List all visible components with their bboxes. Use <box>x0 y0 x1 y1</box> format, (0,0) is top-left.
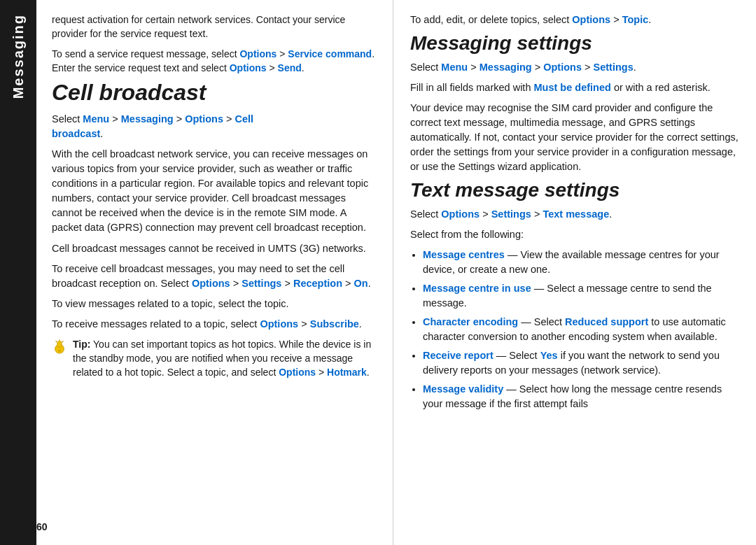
intro-para2: To send a service request message, selec… <box>52 47 377 76</box>
menu-link-ms[interactable]: Menu <box>441 62 468 73</box>
svg-rect-6 <box>59 351 61 352</box>
message-centre-in-use-link[interactable]: Message centre in use <box>423 283 531 294</box>
must-defined: Must be defined <box>533 82 610 93</box>
reception-link[interactable]: Reception <box>293 278 342 289</box>
main-content: request activation for certain network s… <box>36 0 756 545</box>
page-number: 60 <box>36 521 48 532</box>
message-centres-link[interactable]: Message centres <box>423 249 505 260</box>
cb-reception-para: To receive cell broadcast messages, you … <box>52 262 377 291</box>
text-message-settings-title: Text message settings <box>410 180 741 201</box>
svg-line-3 <box>56 341 57 341</box>
bullet-message-validity: Message validity — Select how long the m… <box>423 382 741 411</box>
cb-umts: Cell broadcast messages cannot be receiv… <box>52 241 377 256</box>
tip-text: Tip: You can set important topics as hot… <box>73 337 377 380</box>
sidebar: Messaging <box>0 0 36 545</box>
messaging-link-ms[interactable]: Messaging <box>479 62 532 73</box>
tms-nav: Select Options > Settings > Text message… <box>410 207 741 222</box>
settings-link-cb[interactable]: Settings <box>241 278 281 289</box>
svg-line-4 <box>62 341 63 341</box>
ms-device: Your device may recognise the SIM card p… <box>410 101 741 174</box>
cell-broadcast-nav: Select Menu > Messaging > Options > Cell… <box>52 112 377 141</box>
right-intro: To add, edit, or delete topics, select O… <box>410 13 741 27</box>
messaging-link-cb[interactable]: Messaging <box>121 113 174 125</box>
yes-link[interactable]: Yes <box>540 350 558 361</box>
left-column: request activation for certain network s… <box>36 0 393 545</box>
right-column: To add, edit, or delete topics, select O… <box>393 0 756 545</box>
tip-bold: Tip: <box>73 339 90 350</box>
reduced-support-link[interactable]: Reduced support <box>565 316 648 327</box>
receive-report-link[interactable]: Receive report <box>423 350 493 361</box>
cell-broadcast-title: Cell broadcast <box>52 80 377 105</box>
options-link-1[interactable]: Options <box>239 48 276 59</box>
menu-link-cb[interactable]: Menu <box>83 113 109 125</box>
tms-select-from: Select from the following: <box>410 227 741 242</box>
tip-icon <box>52 339 67 354</box>
topic-link[interactable]: Topic <box>622 14 649 25</box>
sidebar-label: Messaging <box>10 14 27 99</box>
cb-body: With the cell broadcast network service,… <box>52 147 377 235</box>
send-link[interactable]: Send <box>278 62 302 73</box>
messaging-settings-title: Messaging settings <box>410 33 741 55</box>
settings-link-ms[interactable]: Settings <box>594 62 634 73</box>
svg-rect-5 <box>58 350 61 351</box>
options-link-cb[interactable]: Options <box>185 113 223 125</box>
tms-bullet-list: Message centres — View the available mes… <box>410 248 741 411</box>
tip-box: Tip: You can set important topics as hot… <box>52 337 377 380</box>
options-link-ms[interactable]: Options <box>543 62 582 73</box>
bullet-receive-report: Receive report — Select Yes if you want … <box>423 348 741 378</box>
options-link-tms[interactable]: Options <box>441 208 479 220</box>
bullet-message-centre-in-use: Message centre in use — Select a message… <box>423 281 741 311</box>
hotmark-link[interactable]: Hotmark <box>327 367 367 378</box>
on-link[interactable]: On <box>354 278 368 289</box>
options-link-tip[interactable]: Options <box>279 367 316 378</box>
bullet-character-encoding: Character encoding — Select Reduced supp… <box>423 315 741 344</box>
intro-para1: request activation for certain network s… <box>52 13 377 41</box>
options-link-cb3[interactable]: Options <box>260 318 298 330</box>
cb-view: To view messages related to a topic, sel… <box>52 297 377 311</box>
options-link-2[interactable]: Options <box>230 62 267 73</box>
character-encoding-link[interactable]: Character encoding <box>423 316 518 327</box>
options-link-cb2[interactable]: Options <box>192 278 230 289</box>
svg-point-1 <box>57 341 62 347</box>
ms-fill: Fill in all fields marked with Must be d… <box>410 80 741 95</box>
text-message-link[interactable]: Text message <box>542 208 609 220</box>
service-command-link[interactable]: Service command <box>288 48 372 59</box>
cb-receive-para: To receive messages related to a topic, … <box>52 317 377 332</box>
ms-nav: Select Menu > Messaging > Options > Sett… <box>410 60 741 75</box>
bullet-message-centres: Message centres — View the available mes… <box>423 248 741 277</box>
settings-link-tms[interactable]: Settings <box>491 208 531 220</box>
subscribe-link[interactable]: Subscribe <box>310 318 359 330</box>
options-link-right[interactable]: Options <box>572 14 610 25</box>
message-validity-link[interactable]: Message validity <box>423 383 503 395</box>
